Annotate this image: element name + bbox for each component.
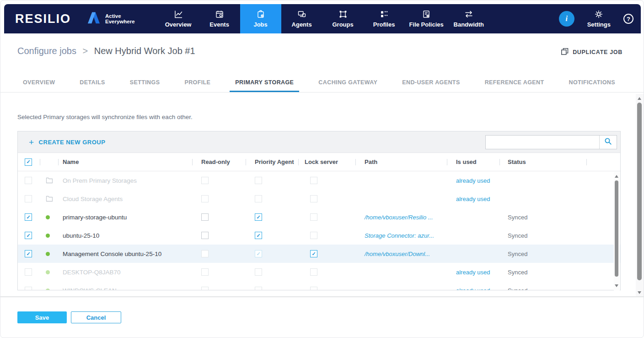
nav-item-profiles[interactable]: Profiles (364, 4, 405, 33)
lock-server-checkbox[interactable] (310, 195, 317, 202)
already-used-link[interactable]: already used (456, 177, 490, 184)
readonly-checkbox[interactable] (201, 268, 209, 276)
nav-item-jobs[interactable]: Jobs (240, 4, 281, 33)
nav-item-events[interactable]: Events (199, 4, 240, 33)
tab-settings[interactable]: SETTINGS (124, 74, 166, 92)
nav-item-bandwidth[interactable]: Bandwidth (448, 4, 489, 33)
path-link[interactable]: /home/vboxuser/Resilio ... (365, 214, 433, 221)
priority-agent-checkbox[interactable]: ✓ (255, 250, 262, 257)
row-select-checkbox[interactable] (25, 287, 32, 290)
nav-item-overview[interactable]: Overview (158, 4, 199, 33)
active-everywhere-logo[interactable]: Active Everywhere (86, 11, 135, 26)
priority-agent-checkbox[interactable] (255, 268, 262, 276)
lock-server-checkbox[interactable] (310, 287, 317, 290)
already-used-link[interactable]: already used (456, 287, 490, 290)
page-title: New Hybrid Work Job #1 (94, 46, 195, 56)
resilio-logo[interactable]: RESILIO (15, 12, 71, 26)
page-scrollbar-thumb[interactable] (637, 103, 642, 280)
page-scrollbar[interactable] (636, 94, 644, 297)
tab-overview[interactable]: OVERVIEW (17, 74, 60, 92)
online-status-dot (46, 270, 50, 274)
online-status-dot (46, 234, 50, 238)
already-used-link[interactable]: already used (456, 269, 490, 276)
row-select-checkbox[interactable] (25, 177, 32, 184)
row-path-cell (355, 171, 447, 190)
lock-server-checkbox[interactable] (310, 213, 317, 221)
priority-agent-checkbox[interactable]: ✓ (255, 213, 262, 221)
priority-agent-checkbox[interactable] (255, 195, 262, 202)
breadcrumb-parent[interactable]: Configure jobs (17, 46, 76, 56)
search-button[interactable] (599, 136, 617, 149)
already-used-link[interactable]: already used (456, 196, 490, 202)
path-link[interactable]: Storage Connector: azur... (365, 232, 434, 239)
table-row[interactable]: ✓primary-storage-ubuntu✓/home/vboxuser/R… (18, 208, 620, 226)
path-link[interactable]: /home/vboxuser/Downl... (365, 251, 430, 257)
table-row[interactable]: Cloud Storage Agentsalready used (18, 190, 620, 208)
search-input[interactable] (486, 136, 599, 149)
clipboard-icon (256, 10, 265, 19)
scroll-up-arrow[interactable] (615, 175, 618, 178)
scroll-down-arrow[interactable] (615, 284, 618, 287)
lock-server-checkbox[interactable] (310, 232, 317, 239)
tabs: OVERVIEWDETAILSSETTINGSPROFILEPRIMARY ST… (17, 74, 621, 92)
row-select-checkbox[interactable]: ✓ (25, 232, 32, 239)
nav-item-agents[interactable]: Agents (281, 4, 322, 33)
lock-server-checkbox[interactable]: ✓ (310, 250, 317, 257)
save-button[interactable]: Save (17, 311, 67, 323)
info-icon[interactable] (559, 11, 574, 27)
nav-item-file-policies[interactable]: File Policies (405, 4, 448, 33)
select-all-checkbox[interactable]: ✓ (25, 158, 32, 166)
nav-item-groups[interactable]: Groups (322, 4, 364, 33)
readonly-checkbox[interactable] (201, 250, 209, 257)
header-col-lock-server: Lock server (298, 153, 355, 171)
table-row[interactable]: On Prem Primary Storagesalready used (18, 171, 620, 190)
gear-icon (594, 10, 603, 19)
priority-agent-checkbox[interactable] (255, 177, 262, 184)
readonly-checkbox[interactable] (201, 195, 209, 202)
nav-item-settings[interactable]: Settings (587, 4, 611, 33)
lock-server-checkbox[interactable] (310, 177, 317, 184)
row-lock-cell (298, 171, 355, 190)
page-scroll-up-arrow[interactable] (638, 97, 641, 100)
row-select-checkbox[interactable] (25, 268, 32, 276)
tab-primary-storage[interactable]: PRIMARY STORAGE (230, 74, 299, 92)
table-row[interactable]: DESKTOP-Q8JAB70already usedSynced (18, 263, 620, 281)
tab-profile[interactable]: PROFILE (179, 74, 216, 92)
grid-icon (380, 10, 389, 19)
create-new-group-button[interactable]: CREATE NEW GROUP (29, 138, 105, 147)
duplicate-job-button[interactable]: DUPLICATE JOB (561, 48, 623, 57)
row-select-checkbox[interactable] (25, 195, 32, 202)
row-name: On Prem Primary Storages (58, 171, 192, 190)
settings-label: Settings (587, 21, 611, 28)
priority-agent-checkbox[interactable]: ✓ (255, 232, 262, 239)
readonly-checkbox[interactable] (201, 213, 209, 221)
plus-icon (29, 138, 34, 147)
readonly-checkbox[interactable] (201, 287, 209, 290)
table-scrollbar[interactable] (614, 172, 620, 290)
tab-end-user-agents[interactable]: END-USER AGENTS (397, 74, 465, 92)
page-scroll-down-arrow[interactable] (638, 291, 641, 294)
row-status-cell: Synced (499, 281, 586, 290)
online-status-dot (46, 215, 50, 219)
cancel-button[interactable]: Cancel (71, 311, 121, 323)
table-row[interactable]: ✓ubuntu-25-10✓Storage Connector: azur...… (18, 226, 620, 245)
tab-reference-agent[interactable]: REFERENCE AGENT (479, 74, 550, 92)
row-select-checkbox[interactable]: ✓ (25, 250, 32, 257)
tab-caching-gateway[interactable]: CACHING GATEWAY (313, 74, 383, 92)
priority-agent-checkbox[interactable] (255, 287, 262, 290)
tabs-row: OVERVIEWDETAILSSETTINGSPROFILEPRIMARY ST… (0, 74, 644, 93)
table-scrollbar-thumb[interactable] (615, 180, 618, 277)
readonly-checkbox[interactable] (201, 177, 209, 184)
row-name: Cloud Storage Agents (58, 190, 192, 208)
row-select-checkbox[interactable]: ✓ (25, 213, 32, 221)
row-isused-cell: already used (447, 281, 499, 290)
table-row[interactable]: WINDOWS-CLEANalready usedSynced (18, 281, 620, 290)
tab-notifications[interactable]: NOTIFICATIONS (563, 74, 621, 92)
lock-server-checkbox[interactable] (310, 268, 317, 276)
calendar-icon (215, 10, 224, 19)
help-icon[interactable] (623, 14, 633, 24)
readonly-checkbox[interactable] (201, 232, 209, 239)
tab-details[interactable]: DETAILS (74, 74, 110, 92)
row-lock-cell: ✓ (298, 245, 355, 263)
table-row[interactable]: ✓Management Console ubuntu-25-10✓✓/home/… (18, 245, 620, 263)
